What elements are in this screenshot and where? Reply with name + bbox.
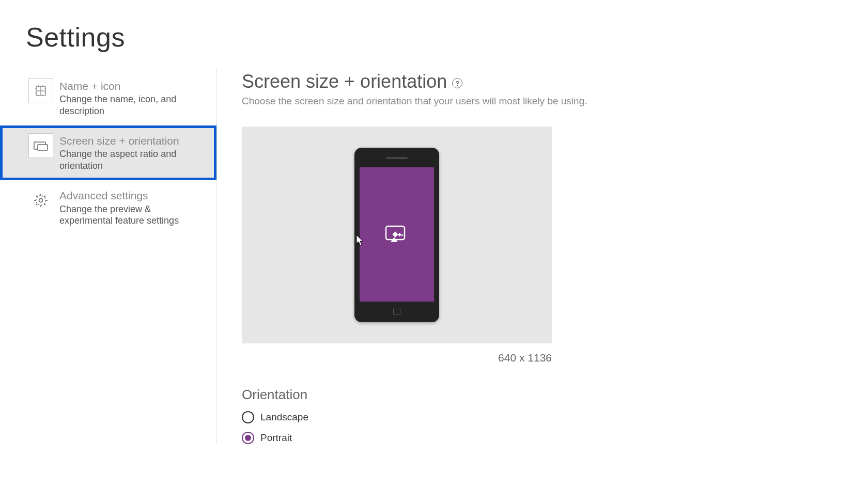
screen-icon xyxy=(28,133,53,158)
svg-rect-18 xyxy=(401,234,403,236)
gear-icon xyxy=(28,188,53,213)
radio-circle-checked xyxy=(242,432,254,444)
phone-home-button xyxy=(393,308,400,315)
page-title: Settings xyxy=(0,0,868,53)
svg-point-13 xyxy=(39,199,43,202)
radio-label: Landscape xyxy=(260,412,308,423)
svg-rect-17 xyxy=(398,233,401,237)
screen-dimensions: 640 x 1136 xyxy=(242,352,552,364)
settings-container: Name + icon Change the name, icon, and d… xyxy=(0,68,868,444)
svg-rect-12 xyxy=(38,145,48,150)
sidebar-item-desc: Change the aspect ratio and orientation xyxy=(59,148,206,171)
help-icon[interactable]: ? xyxy=(452,78,462,88)
radio-landscape[interactable]: Landscape xyxy=(242,411,868,423)
main-title-row: Screen size + orientation ? xyxy=(242,71,868,92)
sidebar-item-desc: Change the name, icon, and description xyxy=(59,93,206,117)
screen-preview xyxy=(242,127,552,343)
grid-icon xyxy=(28,78,53,103)
sidebar-item-name-icon[interactable]: Name + icon Change the name, icon, and d… xyxy=(0,71,216,125)
sidebar-item-label: Advanced settings xyxy=(59,189,206,202)
radio-circle xyxy=(242,411,254,423)
main-title: Screen size + orientation xyxy=(242,71,447,92)
main-description: Choose the screen size and orientation t… xyxy=(242,96,868,107)
sidebar-item-label: Name + icon xyxy=(59,80,206,92)
sidebar-text: Name + icon Change the name, icon, and d… xyxy=(59,78,206,117)
svg-point-14 xyxy=(36,196,46,206)
radio-label: Portrait xyxy=(260,432,292,444)
main-content: Screen size + orientation ? Choose the s… xyxy=(217,68,868,444)
svg-rect-16 xyxy=(392,231,398,237)
sidebar-item-screen-size[interactable]: Screen size + orientation Change the asp… xyxy=(0,125,216,180)
phone-mockup xyxy=(354,148,439,322)
sidebar-item-advanced[interactable]: Advanced settings Change the preview & e… xyxy=(0,180,216,235)
orientation-label: Orientation xyxy=(242,387,868,403)
sidebar: Name + icon Change the name, icon, and d… xyxy=(0,68,217,444)
radio-dot xyxy=(245,435,251,441)
sidebar-text: Screen size + orientation Change the asp… xyxy=(59,133,206,171)
sidebar-text: Advanced settings Change the preview & e… xyxy=(59,188,206,226)
phone-speaker xyxy=(386,157,408,159)
radio-portrait[interactable]: Portrait xyxy=(242,432,868,444)
phone-screen xyxy=(360,167,434,302)
sidebar-item-label: Screen size + orientation xyxy=(59,134,206,147)
powerapps-icon xyxy=(384,224,410,245)
sidebar-item-desc: Change the preview & experimental featur… xyxy=(59,203,206,227)
